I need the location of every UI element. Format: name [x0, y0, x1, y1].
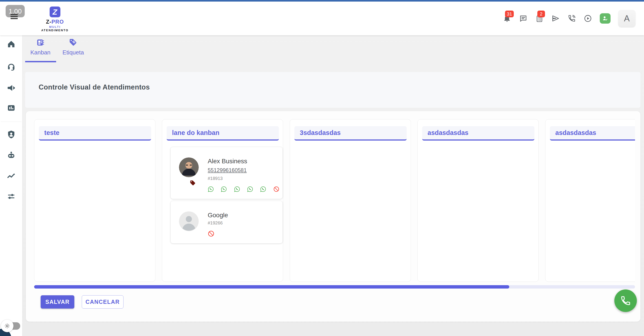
trending-line-icon — [6, 171, 16, 181]
phone-calls-icon[interactable] — [568, 14, 576, 23]
ticket-number: #18913 — [208, 175, 279, 182]
phone-icon — [620, 295, 631, 306]
headset-icon — [6, 62, 16, 71]
whatsapp-icon[interactable] — [221, 186, 227, 193]
whatsapp-icon[interactable] — [208, 186, 214, 193]
chat-icon[interactable] — [519, 14, 528, 23]
card-channel-icons — [208, 230, 279, 238]
kanban-lane — [34, 119, 156, 282]
sidebar-item-configuracoes[interactable] — [0, 189, 22, 205]
contact-avatar — [179, 211, 199, 231]
whatsapp-icon[interactable] — [234, 186, 240, 193]
contact-name: Alex Business — [208, 157, 279, 165]
sidebar-item-admin[interactable] — [0, 126, 22, 142]
agent-status-button[interactable] — [600, 13, 610, 24]
card-tag-icon — [190, 180, 196, 186]
contact-placeholder — [179, 211, 199, 231]
cancel-button[interactable]: CANCELAR — [82, 295, 124, 308]
sidebar-item-chatbot[interactable] — [0, 147, 22, 163]
tab-kanban[interactable]: Kanban — [25, 38, 56, 56]
lane-cards — [418, 140, 538, 147]
kanban-lane: Alex Business 5512996160581 #18913 Googl… — [162, 119, 283, 282]
tab-etiqueta-label: Etiqueta — [58, 49, 89, 56]
contact-avatar — [179, 157, 199, 177]
contact-name: Google — [208, 211, 279, 220]
sidebar-nav — [0, 35, 22, 336]
home-icon — [6, 39, 16, 49]
tab-kanban-label: Kanban — [25, 49, 56, 56]
lane-cards — [34, 140, 155, 147]
kanban-board-card: Alex Business 5512996160581 #18913 Googl… — [26, 111, 640, 322]
contact-phone-link[interactable]: 5512996160581 — [208, 165, 279, 175]
menu-hamburger-icon[interactable] — [10, 14, 18, 20]
sliders-icon — [6, 192, 16, 201]
brightness-sun-icon — [4, 322, 11, 329]
play-circle-icon[interactable] — [584, 14, 592, 23]
block-icon[interactable] — [208, 230, 214, 237]
new-call-fab[interactable] — [614, 289, 637, 312]
lane-cards: Alex Business 5512996160581 #18913 Googl… — [162, 140, 283, 246]
task-list-icon[interactable]: 2 — [535, 14, 544, 23]
robot-icon — [6, 150, 16, 160]
lane-name-input[interactable] — [550, 126, 635, 140]
theme-toggle-thumb[interactable] — [1, 319, 14, 332]
whatsapp-icon[interactable] — [260, 186, 266, 193]
kanban-lanes-viewport: Alex Business 5512996160581 #18913 Googl… — [34, 119, 635, 282]
user-avatar[interactable]: A — [618, 10, 636, 27]
ticket-card[interactable]: Alex Business 5512996160581 #18913 — [171, 147, 282, 199]
header-actions: 31 2 A — [503, 2, 636, 35]
lane-name-input[interactable] — [294, 126, 407, 140]
card-channel-icons — [208, 185, 279, 193]
sidebar-item-analytics[interactable] — [0, 168, 22, 184]
ticket-card[interactable]: Google #19266 — [171, 201, 282, 243]
lane-name-input[interactable] — [39, 126, 151, 140]
notifications-badge: 31 — [505, 11, 514, 17]
sidebar-item-relatorios[interactable] — [0, 100, 22, 116]
app-screen: 1.00 Z Z-PRO MULTI ATENDIMENTO 31 2 — [0, 0, 644, 336]
lane-cards — [546, 140, 635, 147]
brand-logo-icon: Z — [50, 7, 60, 17]
brand-title: Z-PRO — [41, 19, 69, 25]
kanban-icon — [36, 38, 45, 47]
active-tab-indicator — [25, 61, 56, 62]
whatsapp-icon[interactable] — [247, 186, 253, 193]
title-panel: Controle Visual de Atendimentos — [25, 72, 640, 108]
brand-tagline: MULTI ATENDIMENTO — [41, 25, 69, 32]
sidebar-item-atendimento[interactable] — [0, 59, 22, 75]
save-button[interactable]: SALVAR — [41, 295, 74, 308]
send-icon[interactable] — [551, 14, 560, 23]
kanban-lane — [418, 119, 539, 282]
tag-icon — [69, 38, 78, 47]
block-icon[interactable] — [273, 186, 279, 193]
app-header: 1.00 Z Z-PRO MULTI ATENDIMENTO 31 2 — [0, 2, 644, 35]
tab-etiqueta[interactable]: Etiqueta — [58, 38, 89, 56]
bar-chart-icon — [6, 103, 16, 113]
brand-logo: Z Z-PRO MULTI ATENDIMENTO — [41, 7, 69, 32]
page-title: Controle Visual de Atendimentos — [38, 83, 150, 91]
lane-name-input[interactable] — [422, 126, 534, 140]
horizontal-scrollbar-thumb[interactable] — [34, 285, 509, 288]
megaphone-icon — [6, 83, 16, 93]
lane-name-input[interactable] — [166, 126, 279, 140]
lane-cards — [290, 140, 410, 147]
contact-photo — [179, 157, 199, 177]
top-accent-strip — [0, 0, 644, 2]
notifications-bell-icon[interactable]: 31 — [503, 14, 511, 23]
ticket-number: #19266 — [208, 220, 279, 226]
tasks-badge: 2 — [537, 11, 545, 17]
shield-user-icon — [6, 130, 16, 139]
kanban-lane — [545, 119, 635, 282]
kanban-lane — [290, 119, 411, 282]
sidebar-item-campanhas[interactable] — [0, 80, 22, 96]
sidebar-divider — [1, 122, 22, 122]
sidebar-item-home[interactable] — [0, 36, 22, 52]
horizontal-scrollbar-track[interactable] — [34, 285, 635, 288]
